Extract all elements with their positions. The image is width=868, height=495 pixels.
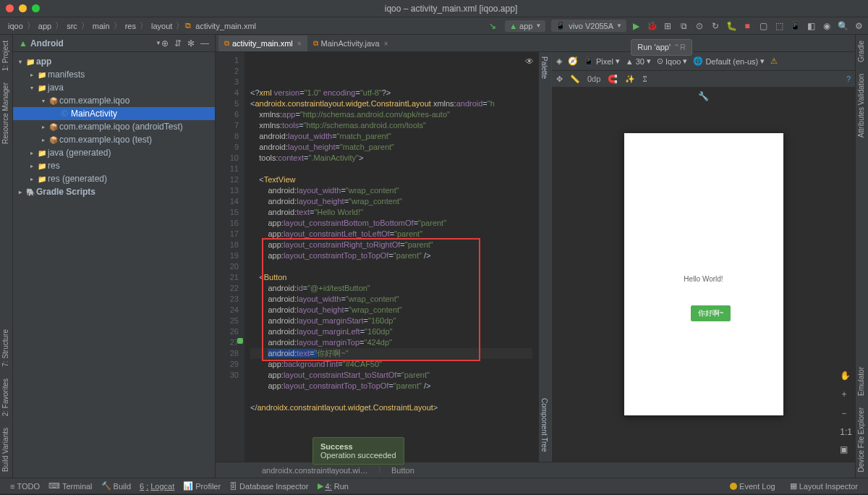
project-view-selector[interactable]: Android	[30, 38, 153, 48]
chevron-down-icon: ▼	[156, 40, 161, 46]
tree-node[interactable]: ▾📁java	[13, 81, 215, 94]
project-tree[interactable]: ▾📁app▸📁manifests▾📁java▾📦com.example.iqoo…	[13, 52, 215, 478]
line-gutter: 1234567891011121314151617181920212223242…	[216, 52, 244, 462]
tree-node[interactable]: ▾📦com.example.iqoo	[13, 94, 215, 107]
bc-app[interactable]: app	[36, 22, 54, 30]
locale-picker[interactable]: 🌐 Default (en-us) ▾	[693, 56, 765, 66]
device-explorer-tab[interactable]: Device File Explorer	[856, 402, 868, 478]
close-tab-icon[interactable]: ×	[384, 40, 388, 48]
sdk-button[interactable]: ⬚	[773, 20, 786, 33]
tree-node[interactable]: ▸🐘Gradle Scripts	[13, 185, 215, 198]
event-log[interactable]: Event Log	[726, 482, 780, 491]
tree-node[interactable]: ▸📁java (generated)	[13, 146, 215, 159]
layers-icon[interactable]: ▣	[840, 444, 852, 454]
emulator-button[interactable]: 📱	[788, 20, 801, 33]
profiler-tab[interactable]: 📊 Profiler	[179, 481, 225, 491]
gear-icon[interactable]: ✻	[187, 38, 195, 48]
search-icon[interactable]: 🔍	[836, 20, 849, 33]
layout-inspector[interactable]: ▦ Layout Inspector	[786, 481, 862, 491]
trail-root[interactable]: androidx.constraintlayout.widget.Constra…	[259, 466, 375, 475]
run-config-selector[interactable]: ▲ app ▼	[505, 20, 545, 32]
expand-icon[interactable]: ⇵	[174, 38, 182, 48]
surface-icon[interactable]: ◈	[556, 56, 562, 66]
code-editor[interactable]: 1234567891011121314151617181920212223242…	[216, 52, 538, 462]
bc-project[interactable]: iqoo	[6, 22, 25, 30]
theme-picker[interactable]: ⊙ Iqoo ▾	[657, 56, 687, 66]
bc-main[interactable]: main	[90, 22, 112, 30]
tree-node[interactable]: ▾📁app	[13, 55, 215, 68]
hide-icon[interactable]: —	[200, 38, 209, 48]
orientation-icon[interactable]: 🧭	[568, 56, 578, 66]
device-selector[interactable]: 📱 vivo V2055A ▼	[551, 20, 626, 32]
close-tab-icon[interactable]: ×	[297, 40, 302, 48]
attributes-tab[interactable]: Attributes Validation	[856, 68, 868, 143]
zoom-in-icon[interactable]: ＋	[840, 388, 852, 400]
settings-icon[interactable]: ⚙	[852, 20, 865, 33]
magnet-icon[interactable]: 🧲	[608, 75, 618, 84]
success-popup: Success Operation succeeded	[312, 437, 404, 465]
bc-res[interactable]: res	[123, 22, 138, 30]
code-body[interactable]: 👁 <?xml version="1.0" encoding="utf-8"?>…	[244, 52, 538, 462]
trail-button[interactable]: Button	[388, 466, 417, 475]
minimize-window[interactable]	[19, 4, 27, 12]
wrench-icon: 🔧	[698, 91, 709, 101]
coverage-button[interactable]: ⊞	[661, 20, 674, 33]
build-tab[interactable]: 🔨 Build	[97, 481, 135, 491]
tree-node[interactable]: ▸📁manifests	[13, 68, 215, 81]
editor-tab[interactable]: ⧉activity_main.xml×	[218, 35, 307, 51]
bc-layout[interactable]: layout	[149, 22, 174, 30]
tree-node[interactable]: ▸📁res	[13, 159, 215, 172]
run-tab[interactable]: ▶ 4: Run	[313, 481, 353, 491]
warning-icon[interactable]: ⚠	[770, 56, 778, 66]
editor-tab[interactable]: ⧉MainActivity.java×	[307, 35, 394, 51]
locate-icon[interactable]: ⊕	[161, 38, 169, 48]
app-inspection-button[interactable]: ◉	[820, 20, 833, 33]
debug-button[interactable]: 🐞	[645, 20, 658, 33]
structure-tab[interactable]: 7: Structure	[0, 323, 11, 373]
gradle-tab[interactable]: Gradle	[856, 35, 868, 68]
build-variants-tab[interactable]: Build Variants	[0, 422, 11, 478]
terminal-tab[interactable]: ⌨ Terminal	[44, 481, 97, 491]
close-window[interactable]	[6, 4, 14, 12]
resource-manager-tab[interactable]: Resource Manager	[0, 77, 11, 150]
zoom-out-icon[interactable]: －	[840, 407, 852, 420]
stop-button[interactable]: ■	[741, 20, 754, 33]
tree-node[interactable]: ⒸMainActivity	[13, 107, 215, 120]
component-tree-tab[interactable]: Component Tree	[539, 394, 550, 457]
api-picker[interactable]: ▲ 30 ▾	[626, 56, 651, 66]
hand-icon[interactable]: ✋	[840, 371, 852, 381]
inspection-eye-icon[interactable]: 👁	[525, 56, 534, 67]
cursor-icon[interactable]: Ɪ	[642, 75, 647, 83]
bc-src[interactable]: src	[64, 22, 80, 30]
emulator-tab[interactable]: Emulator	[856, 361, 868, 402]
wand-icon[interactable]: ✨	[625, 75, 635, 84]
preview-button[interactable]: 你好啊~	[691, 305, 731, 321]
zoom-window[interactable]	[32, 4, 40, 12]
preview-textview[interactable]: Hello World!	[684, 275, 723, 283]
avd-button[interactable]: ▢	[757, 20, 770, 33]
attach-debugger-button[interactable]: ⊙	[693, 20, 706, 33]
tree-node[interactable]: ▸📁res (generated)	[13, 172, 215, 185]
palette-tab[interactable]: Palette	[539, 52, 550, 83]
todo-tab[interactable]: ≡ TODO	[6, 482, 44, 491]
tree-node[interactable]: ▸📦com.example.iqoo (androidTest)	[13, 120, 215, 133]
run-button[interactable]: ▶	[629, 20, 642, 33]
bc-file[interactable]: activity_main.xml	[193, 22, 258, 30]
sync-icon[interactable]: ↘	[486, 20, 499, 33]
help-icon[interactable]: ?	[846, 75, 851, 83]
ruler-icon[interactable]: 📏	[570, 75, 580, 84]
profiler-button[interactable]: ⧉	[677, 20, 690, 33]
fit-icon[interactable]: 1:1	[840, 427, 852, 437]
android-debug-icon[interactable]: 🐛	[725, 20, 738, 33]
apply-changes-button[interactable]: ↻	[709, 20, 722, 33]
device-preview-canvas[interactable]: Hello World! 你好啊~	[624, 133, 783, 415]
tree-node[interactable]: ▸📦com.example.iqoo (test)	[13, 133, 215, 146]
logcat-tab[interactable]: 6: Logcat	[135, 482, 179, 491]
chevron-down-icon: ▼	[616, 22, 622, 29]
db-inspector-tab[interactable]: 🗄 Database Inspector	[225, 482, 312, 491]
device-picker[interactable]: 📱 Pixel ▾	[584, 56, 620, 66]
pan-icon[interactable]: ✥	[556, 75, 563, 84]
favorites-tab[interactable]: 2: Favorites	[0, 373, 11, 422]
resource-button[interactable]: ◧	[804, 20, 817, 33]
project-tool-tab[interactable]: 1: Project	[0, 35, 11, 77]
